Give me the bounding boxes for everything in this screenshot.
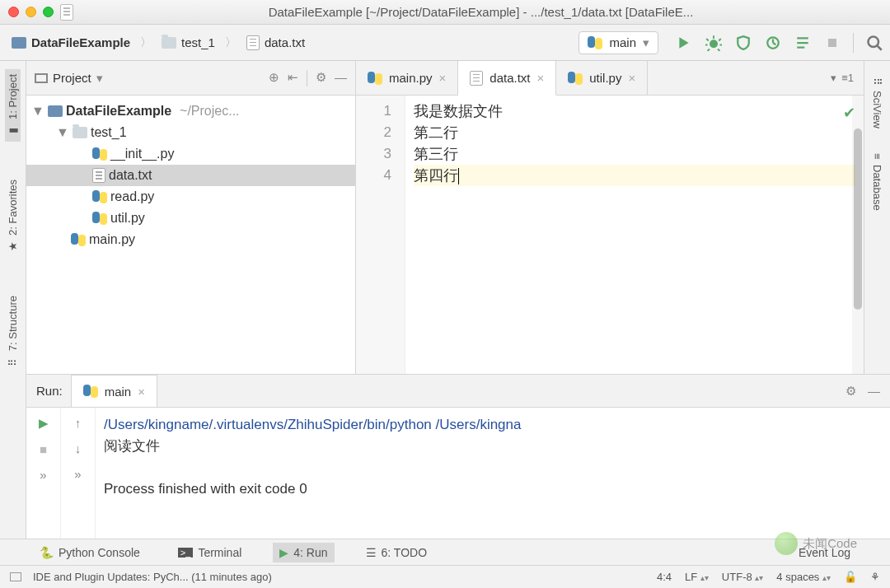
run-tab[interactable]: main × (71, 375, 157, 407)
titlebar: DataFileExample [~/Project/DataFileExamp… (0, 0, 890, 25)
dropdown-icon: ▾ (831, 72, 836, 84)
status-presentation-icon[interactable] (10, 572, 21, 581)
up-stack-button[interactable]: ↑ (75, 416, 82, 430)
run-tool-window: Run: main × ⚙ — ▶ ■ » ↑ ↓ » /U (26, 374, 890, 539)
tab-main-py[interactable]: main.py × (356, 61, 458, 95)
output-line: Process finished with exit code 0 (104, 478, 882, 500)
line-ending-select[interactable]: LF ▴▾ (685, 571, 709, 583)
run-actions-col2: ↑ ↓ » (61, 408, 96, 539)
breadcrumb-project[interactable]: DataFileExample (7, 32, 135, 53)
editor-scrollbar[interactable] (852, 96, 864, 374)
more-actions[interactable]: » (40, 468, 46, 482)
tree-file[interactable]: __init__.py (26, 143, 355, 165)
down-stack-button[interactable]: ↓ (75, 441, 82, 455)
python-icon (588, 35, 602, 50)
run-output[interactable]: /Users/kingname/.virtualenvs/ZhihuSpider… (96, 408, 890, 539)
code-line[interactable]: 第三行 (414, 143, 855, 165)
status-message[interactable]: IDE and Plugin Updates: PyCh... (11 minu… (33, 571, 272, 583)
collapse-arrow-icon[interactable]: ▼ (31, 104, 44, 119)
tree-file[interactable]: read.py (26, 186, 355, 208)
tree-file-selected[interactable]: data.txt (26, 165, 355, 186)
tree-file[interactable]: util.py (26, 208, 355, 229)
project-view-select[interactable]: Project ▾ (35, 71, 103, 86)
breadcrumb: DataFileExample 〉 test_1 〉 data.txt (7, 32, 310, 54)
search-everywhere-button[interactable] (865, 34, 883, 52)
left-tool-rail: ▮ 1: Project ★ 2: Favorites ⠿ 7: Structu… (0, 61, 26, 539)
structure-icon: ⠿ (7, 358, 19, 366)
svg-point-3 (869, 36, 879, 47)
close-window-button[interactable] (8, 7, 19, 17)
hide-panel-button[interactable]: — (335, 70, 347, 86)
status-overflow-icon[interactable]: ⚘ (870, 571, 880, 583)
caret-position[interactable]: 4:4 (657, 571, 672, 583)
gear-icon[interactable]: ⚙ (846, 384, 856, 399)
tab-event-log[interactable]: Event Log (792, 543, 857, 562)
rail-database[interactable]: ≡ Database (871, 153, 883, 210)
star-icon: ★ (7, 241, 19, 251)
encoding-select[interactable]: UTF-8 ▴▾ (722, 571, 763, 583)
locate-button[interactable]: ⊕ (269, 70, 279, 86)
close-tab-icon[interactable]: × (537, 71, 545, 85)
code-line-current[interactable]: 第四行 (414, 165, 855, 186)
python-icon (92, 211, 107, 226)
stop-button[interactable] (823, 34, 841, 52)
tree-folder[interactable]: ▼ test_1 (26, 122, 355, 143)
run-actions-col1: ▶ ■ » (26, 408, 61, 539)
run-configuration-select[interactable]: main ▾ (578, 31, 658, 54)
tree-root[interactable]: ▼ DataFileExample ~/Projec... (26, 100, 355, 122)
more-actions[interactable]: » (74, 467, 81, 481)
readonly-lock-icon[interactable]: 🔓 (844, 571, 857, 583)
run-coverage-button[interactable] (734, 34, 752, 52)
tab-data-txt[interactable]: data.txt × (458, 61, 556, 96)
tab-util-py[interactable]: util.py × (556, 61, 648, 95)
text-file-icon (92, 168, 105, 183)
project-tree[interactable]: ▼ DataFileExample ~/Projec... ▼ test_1 _… (26, 96, 355, 374)
python-console-icon: 🐍 (40, 546, 54, 559)
tabs-overflow[interactable]: ▾ ≡1 (821, 61, 864, 95)
text-file-icon (470, 71, 483, 86)
rail-structure[interactable]: ⠿ 7: Structure (5, 291, 21, 373)
stop-button[interactable]: ■ (40, 442, 47, 456)
gear-icon[interactable]: ⚙ (316, 70, 326, 86)
tab-todo[interactable]: ☰ 6: TODO (359, 543, 434, 562)
maximize-window-button[interactable] (43, 7, 54, 17)
tab-run[interactable]: ▶ 4: Run (273, 543, 334, 562)
tree-file[interactable]: main.py (26, 229, 355, 250)
debug-button[interactable] (705, 34, 723, 52)
chevron-right-icon: 〉 (137, 35, 155, 50)
profile-button[interactable] (764, 34, 782, 52)
run-button[interactable] (675, 34, 693, 52)
python-icon (368, 71, 382, 86)
chevron-down-icon: ▾ (643, 35, 649, 50)
rail-project[interactable]: ▮ 1: Project (5, 69, 21, 142)
hide-panel-button[interactable]: — (868, 384, 880, 399)
code-line[interactable]: 第二行 (414, 122, 855, 143)
collapse-all-button[interactable]: ⇤ (288, 70, 298, 86)
tab-python-console[interactable]: 🐍 Python Console (33, 543, 147, 562)
scrollbar-thumb[interactable] (854, 128, 862, 310)
toolbar (675, 33, 883, 53)
breadcrumb-folder[interactable]: test_1 (157, 32, 220, 53)
output-line: /Users/kingname/.virtualenvs/ZhihuSpider… (104, 414, 882, 436)
python-icon (92, 147, 107, 161)
breadcrumb-label: test_1 (181, 35, 215, 49)
code-area[interactable]: 我是数据文件 第二行 第三行 第四行 ✔ (405, 96, 864, 374)
close-tab-icon[interactable]: × (628, 71, 635, 85)
minimize-window-button[interactable] (26, 7, 36, 17)
code-line[interactable]: 我是数据文件 (414, 100, 855, 122)
rail-favorites[interactable]: ★ 2: Favorites (5, 175, 21, 258)
svg-rect-2 (828, 39, 836, 47)
sciview-icon: ⠿ (871, 77, 883, 86)
collapse-arrow-icon[interactable]: ▼ (56, 125, 69, 140)
close-tab-icon[interactable]: × (439, 71, 447, 85)
indent-select[interactable]: 4 spaces ▴▾ (776, 571, 831, 583)
editor-tabs: main.py × data.txt × util.py × ▾ ≡1 (356, 61, 864, 96)
rail-sciview[interactable]: ⠿ SciView (871, 77, 883, 128)
chevron-down-icon: ▾ (96, 71, 103, 86)
editor-body[interactable]: 1 2 3 4 我是数据文件 第二行 第三行 第四行 ✔ (356, 96, 864, 374)
rerun-button[interactable]: ▶ (39, 416, 49, 431)
tab-terminal[interactable]: >_ Terminal (171, 543, 248, 562)
concurrency-button[interactable] (794, 34, 812, 52)
breadcrumb-file[interactable]: data.txt (241, 32, 310, 54)
close-tab-icon[interactable]: × (138, 385, 145, 399)
